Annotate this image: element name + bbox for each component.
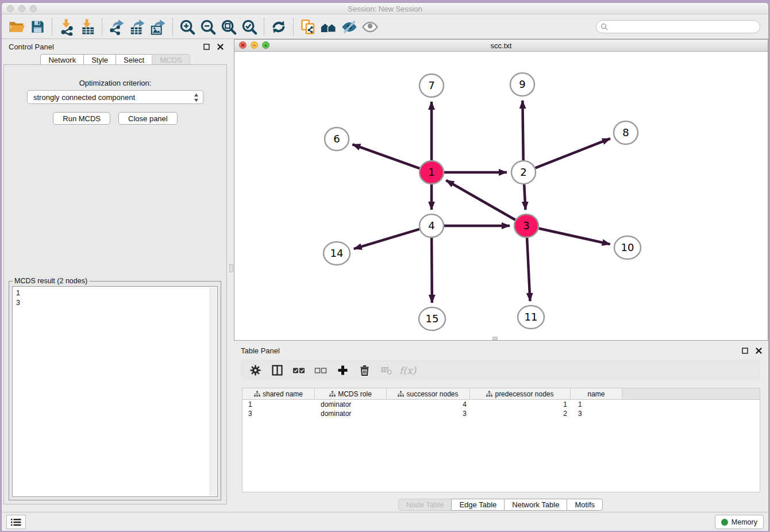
network-window-title: scc.txt [234, 41, 768, 50]
sort-tree-icon [254, 391, 260, 397]
mcds-result-box: MCDS result (2 nodes) 1 3 [9, 281, 221, 500]
node-table[interactable]: shared name MCDS role successor nodes pr… [242, 388, 760, 492]
export-network-icon [108, 18, 125, 36]
canvas-hscroll-thumb[interactable] [492, 337, 498, 340]
checked-boxes-icon [292, 367, 305, 375]
graph-edge-3-11[interactable] [527, 238, 530, 301]
application-window: Session: New Session [1, 2, 769, 531]
tab-network-table[interactable]: Network Table [504, 499, 567, 511]
graph-edge-2-3[interactable] [524, 184, 525, 210]
column-header-mcds-role[interactable]: MCDS role [315, 388, 387, 399]
table-row[interactable]: 1 dominator 4 1 1 [242, 400, 760, 409]
zoom-out-button[interactable] [198, 17, 218, 37]
import-table-button[interactable] [77, 17, 98, 37]
graph-node-label-14: 14 [330, 247, 344, 259]
hide-selected-button[interactable] [339, 17, 360, 37]
close-panel-button[interactable] [216, 43, 224, 51]
column-header-successor-nodes[interactable]: successor nodes [387, 388, 470, 399]
main-title-bar: Session: New Session [2, 3, 768, 14]
table-options-button[interactable] [247, 362, 264, 379]
close-panel-pushbutton[interactable]: Close panel [118, 112, 178, 125]
sort-tree-icon [329, 391, 336, 397]
graph-edge-2-8[interactable] [536, 138, 610, 168]
function-builder-button[interactable]: f(x) [399, 362, 416, 379]
search-icon [600, 23, 609, 31]
eye-slash-icon [341, 18, 358, 36]
graph-node-label-9: 9 [519, 78, 525, 90]
toolbar-separator [102, 18, 102, 36]
task-history-button[interactable] [6, 515, 26, 529]
open-session-button[interactable] [6, 17, 27, 37]
control-panel-header: Control Panel [2, 39, 229, 54]
export-image-button[interactable] [148, 17, 168, 37]
tab-node-table[interactable]: Node Table [398, 499, 452, 511]
panel-divider[interactable] [229, 39, 234, 504]
import-network-button[interactable] [56, 17, 77, 37]
delete-column-button[interactable] [356, 362, 373, 379]
eye-icon [361, 18, 379, 36]
graph-edge-4-15[interactable] [432, 238, 432, 303]
network-canvas[interactable]: 1234678910111415 [234, 52, 768, 340]
plus-icon [337, 364, 349, 376]
home-layout-button[interactable] [318, 17, 339, 37]
table-header-row: shared name MCDS role successor nodes pr… [242, 388, 760, 400]
sort-tree-icon [486, 391, 492, 397]
show-all-button[interactable] [360, 17, 380, 37]
zoom-fit-icon [220, 18, 237, 36]
search-container [596, 20, 760, 33]
toolbar-separator [172, 18, 173, 36]
zoom-in-button[interactable] [177, 17, 198, 37]
sort-tree-icon [398, 391, 404, 397]
gear-icon [249, 364, 261, 376]
table-toolbar: f(x) [241, 360, 760, 381]
close-table-panel-button[interactable] [754, 346, 763, 354]
deselect-all-button[interactable] [312, 362, 329, 379]
column-visibility-button[interactable] [268, 362, 286, 379]
trash-icon [359, 364, 371, 376]
clone-network-button[interactable] [298, 17, 318, 37]
select-all-button[interactable] [290, 362, 307, 379]
tab-motifs[interactable]: Motifs [567, 499, 603, 511]
control-panel-title: Control Panel [9, 43, 54, 51]
column-header-predecessor-nodes[interactable]: predecessor nodes [470, 388, 571, 399]
graph-edge-2-9[interactable] [522, 101, 523, 160]
refresh-button[interactable] [268, 17, 289, 37]
unchecked-boxes-icon [314, 367, 327, 375]
add-column-button[interactable] [334, 362, 351, 379]
export-network-button[interactable] [106, 17, 127, 37]
zoom-selected-icon [241, 18, 258, 36]
delete-table-button[interactable] [378, 362, 395, 379]
graph-edge-1-6[interactable] [352, 144, 419, 168]
zoom-selected-button[interactable] [239, 17, 260, 37]
network-graph: 1234678910111415 [234, 52, 768, 340]
float-panel-button[interactable] [202, 43, 210, 51]
table-tabs: Node Table Edge Table Network Table Moti… [234, 499, 767, 511]
graph-edge-3-1[interactable] [446, 180, 515, 220]
export-table-button[interactable] [127, 17, 148, 37]
save-session-button[interactable] [27, 17, 48, 37]
divider-grabber[interactable] [229, 264, 233, 272]
table-row[interactable]: 3 dominator 3 2 3 [242, 409, 760, 418]
result-scrollbar[interactable] [210, 287, 217, 496]
toolbar-separator [264, 18, 264, 36]
toolbar-separator [293, 18, 294, 36]
mcds-result-area[interactable]: 1 3 [12, 286, 218, 497]
graph-node-label-11: 11 [525, 311, 538, 323]
criterion-select[interactable]: strongly connected component [27, 90, 203, 104]
memory-button[interactable]: Memory [715, 515, 764, 529]
tab-edge-table[interactable]: Edge Table [451, 499, 505, 511]
graph-edge-4-14[interactable] [354, 229, 419, 249]
column-header-shared-name[interactable]: shared name [242, 388, 315, 399]
graph-node-label-6: 6 [333, 133, 340, 145]
column-header-name[interactable]: name [571, 388, 622, 399]
search-input[interactable] [596, 20, 760, 33]
header-filler [622, 388, 760, 399]
graph-node-label-4: 4 [428, 219, 434, 232]
graph-edge-3-10[interactable] [539, 228, 610, 244]
zoom-in-icon [179, 18, 196, 36]
zoom-fit-button[interactable] [218, 17, 239, 37]
mcds-result-lines: 1 3 [13, 287, 217, 308]
network-window-title-bar: ✕ − ＋ scc.txt [234, 40, 768, 52]
float-table-panel-button[interactable] [741, 346, 749, 354]
run-mcds-button[interactable]: Run MCDS [53, 112, 110, 125]
